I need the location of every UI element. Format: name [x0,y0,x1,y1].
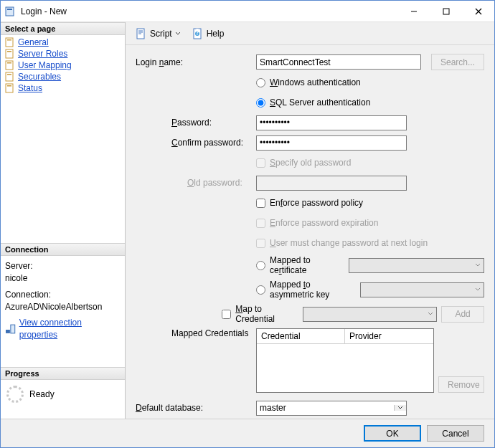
svg-rect-11 [7,62,11,64]
connection-value: AzureAD\NicoleAlbertson [5,301,121,313]
old-password-label: Old password: [136,178,256,188]
chevron-down-icon [175,31,181,37]
mapped-credentials-label: Mapped Credentials [136,328,256,338]
maximize-button[interactable] [430,1,462,22]
old-password-input [256,176,407,191]
windows-auth-radio[interactable]: Windows authentication [256,77,361,87]
help-label: Help [207,29,225,39]
view-connection-properties-label: View connection properties [19,317,121,341]
svg-rect-17 [11,325,15,333]
page-item-label: Status [18,83,42,93]
help-button[interactable]: ? Help [189,27,227,41]
svg-rect-9 [7,51,11,52]
script-button[interactable]: Script [133,27,184,41]
page-item-user-mapping[interactable]: User Mapping [4,59,122,71]
spinner-icon [6,386,24,403]
cancel-button[interactable]: Cancel [427,425,484,442]
page-item-general[interactable]: General [4,37,122,48]
confirm-password-label: Confirm password: [136,138,256,148]
default-database-value: master [257,403,394,413]
progress-header: Progress [1,367,125,380]
svg-text:?: ? [194,28,199,37]
login-name-label: Login name: [136,57,256,67]
view-connection-properties-link[interactable]: View connection properties [5,317,121,341]
progress-body: Ready [1,380,125,409]
provider-column-header: Provider [345,329,433,343]
page-item-label: User Mapping [18,60,72,70]
dialog-footer: OK Cancel [1,419,494,447]
svg-rect-7 [7,39,11,41]
page-icon [5,83,15,93]
map-credential-combo [303,307,437,322]
search-button[interactable]: Search... [431,54,484,70]
connection-label: Connection: [5,289,121,301]
enforce-expiration-checkbox: Enforce password expiration [256,218,378,228]
page-item-label: General [18,37,49,47]
mapped-asym-combo [360,282,484,297]
credential-column-header: Credential [257,329,345,343]
script-label: Script [150,29,172,39]
sidebar: Select a page General Server Roles User … [1,22,126,419]
svg-rect-1 [7,9,12,10]
must-change-checkbox: User must change password at next login [256,238,428,248]
svg-rect-14 [6,84,13,92]
minimize-button[interactable] [397,1,430,22]
svg-rect-12 [6,72,13,81]
svg-rect-13 [7,74,11,75]
properties-icon [5,323,16,335]
map-credential-checkbox[interactable]: Map to Credential [222,304,294,324]
page-icon [5,49,15,59]
password-input[interactable] [256,115,407,130]
mapped-asym-radio[interactable]: Mapped to asymmetric key [256,280,352,300]
enforce-policy-checkbox[interactable]: Enforce password policy [256,198,363,208]
page-icon [5,37,15,47]
specify-old-password-checkbox: Specify old password [256,158,351,168]
page-item-securables[interactable]: Securables [4,71,122,82]
password-label: Password: [136,118,256,128]
chevron-down-icon [394,405,406,411]
page-icon [5,60,15,70]
toolbar: Script ? Help [126,22,494,45]
progress-status: Ready [29,389,55,399]
connection-body: Server: nicole Connection: AzureAD\Nicol… [1,256,125,345]
select-page-header: Select a page [1,22,125,35]
default-database-combo[interactable]: master [256,401,407,416]
ok-button[interactable]: OK [364,425,421,442]
svg-rect-15 [7,85,11,87]
mapped-credentials-table[interactable]: Credential Provider [256,328,434,393]
page-list: General Server Roles User Mapping Secura… [1,35,125,95]
server-label: Server: [5,260,121,272]
script-icon [136,28,147,39]
page-item-server-roles[interactable]: Server Roles [4,48,122,59]
close-button[interactable] [462,1,494,22]
form-general: Login name: Search... Windows authentica… [126,45,494,419]
confirm-password-input[interactable] [256,135,407,151]
mapped-cert-combo [349,258,484,273]
svg-rect-16 [6,330,10,333]
svg-rect-8 [6,49,13,58]
svg-rect-0 [6,7,14,16]
help-icon: ? [192,28,204,39]
remove-credential-button: Remove [438,376,484,393]
sql-auth-radio[interactable]: SQL Server authentication [256,97,370,108]
titlebar: Login - New [1,1,494,22]
app-icon [5,6,16,17]
add-credential-button: Add [441,306,484,323]
page-icon [5,72,15,82]
svg-rect-3 [443,9,449,14]
svg-rect-10 [6,61,13,70]
window-title: Login - New [21,6,397,16]
login-name-input[interactable] [256,54,421,70]
content: Script ? Help Login name: Sear [126,22,494,419]
page-item-label: Server Roles [18,49,67,59]
default-database-label: Default database: [136,403,256,413]
page-item-status[interactable]: Status [4,82,122,94]
connection-header: Connection [1,243,125,256]
mapped-cert-radio[interactable]: Mapped to certificate [256,255,340,275]
svg-rect-6 [6,38,13,47]
server-value: nicole [5,272,121,285]
page-item-label: Securables [18,72,61,82]
